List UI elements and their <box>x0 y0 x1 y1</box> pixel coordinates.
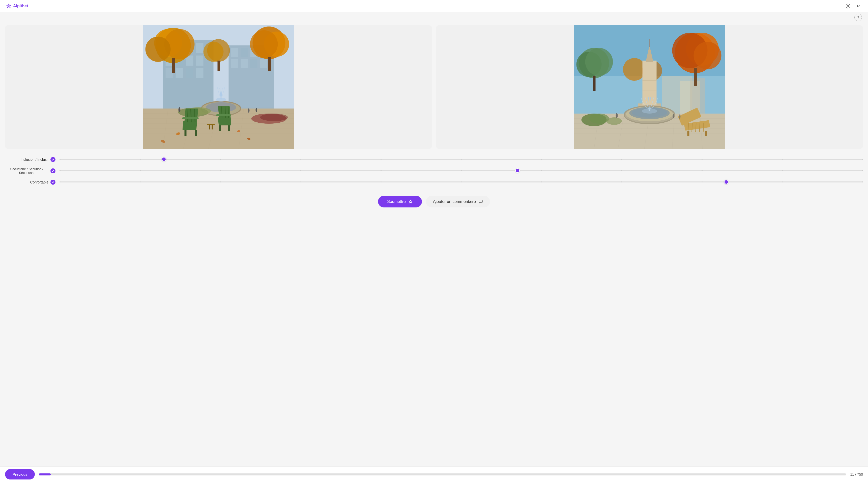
slider-label-3: Confortable <box>5 180 56 185</box>
slider-dot <box>862 181 863 182</box>
help-button[interactable]: ? <box>855 13 862 21</box>
logo-text: Aipithet <box>13 4 28 8</box>
svg-rect-63 <box>182 117 199 119</box>
slider-1[interactable] <box>60 159 863 160</box>
slider-dot <box>60 170 61 171</box>
slider-dot <box>380 159 381 160</box>
progress-bar-container <box>39 474 846 476</box>
check-icon-3 <box>51 180 56 185</box>
slider-dots-2 <box>60 170 863 171</box>
main-content: Inclusion / Inclusif <box>0 21 868 216</box>
comment-button[interactable]: Ajouter un commentaire <box>426 196 490 207</box>
slider-dot <box>541 181 542 182</box>
check-icon-2 <box>51 168 56 173</box>
settings-icon[interactable] <box>844 2 851 9</box>
comment-icon <box>478 199 483 204</box>
svg-rect-31 <box>172 58 175 73</box>
svg-point-77 <box>179 107 181 112</box>
svg-rect-65 <box>195 130 197 136</box>
slider-row-3: Confortable <box>5 180 863 185</box>
progress-text: 11 / 750 <box>850 473 863 477</box>
svg-rect-75 <box>209 125 210 130</box>
slider-dot <box>380 181 381 182</box>
submit-button[interactable]: Soumettre <box>378 196 422 207</box>
svg-point-34 <box>250 30 278 58</box>
svg-point-1 <box>847 5 848 7</box>
svg-rect-15 <box>186 68 193 78</box>
svg-rect-71 <box>216 114 231 116</box>
sliders-section: Inclusion / Inclusif <box>5 155 863 194</box>
slider-label-2: Sécuritaire / Sécurisé / Sécurisant <box>5 167 56 175</box>
svg-line-60 <box>187 109 188 122</box>
slider-track-1 <box>60 159 863 160</box>
logo-icon <box>6 3 11 9</box>
slider-row-2: Sécuritaire / Sécurisé / Sécurisant <box>5 167 863 175</box>
slider-dot <box>541 170 542 171</box>
svg-point-53 <box>216 98 226 102</box>
slider-dots-3 <box>60 181 863 182</box>
slider-dot <box>140 159 141 160</box>
check-icon-1 <box>51 157 56 162</box>
slider-thumb-1[interactable] <box>162 157 166 162</box>
image-card-left[interactable] <box>5 25 432 149</box>
slider-dot <box>60 181 61 182</box>
svg-rect-20 <box>241 48 248 57</box>
logo[interactable]: Aipithet <box>6 3 28 9</box>
slider-dot <box>461 159 462 160</box>
svg-rect-12 <box>196 56 204 66</box>
slider-dot <box>862 170 863 171</box>
help-row: ? <box>0 12 868 21</box>
slider-dot <box>220 159 221 160</box>
svg-point-30 <box>146 36 171 62</box>
svg-rect-76 <box>212 125 213 130</box>
slider-dot <box>621 170 622 171</box>
svg-rect-8 <box>196 43 204 53</box>
header: Aipithet R <box>0 0 868 12</box>
slider-dot <box>862 159 863 160</box>
svg-rect-35 <box>268 57 271 70</box>
slider-row-1: Inclusion / Inclusif <box>5 157 863 162</box>
slider-3[interactable] <box>60 181 863 183</box>
bottom-bar: Previous 11 / 750 <box>0 466 868 482</box>
slider-dot <box>702 181 703 182</box>
slider-thumb-3[interactable] <box>724 180 728 184</box>
progress-bar-fill <box>39 474 51 476</box>
slider-dot <box>702 159 703 160</box>
slider-dot <box>300 181 301 182</box>
slider-2[interactable] <box>60 170 863 172</box>
user-avatar[interactable]: R <box>855 2 862 9</box>
svg-rect-16 <box>196 68 204 78</box>
submit-label: Soumettre <box>387 199 406 204</box>
svg-point-0 <box>8 5 9 6</box>
slider-dot <box>300 159 301 160</box>
slider-dot <box>220 170 221 171</box>
svg-line-62 <box>195 109 195 122</box>
actions-row: Soumettre Ajouter un commentaire <box>5 196 863 207</box>
svg-rect-74 <box>207 124 215 125</box>
svg-point-78 <box>248 108 250 113</box>
svg-rect-14 <box>176 68 183 78</box>
slider-dot <box>461 170 462 171</box>
previous-button[interactable]: Previous <box>5 469 35 480</box>
slider-thumb-2[interactable] <box>515 168 520 173</box>
slider-dot <box>702 170 703 171</box>
svg-rect-58 <box>182 121 197 130</box>
image-left <box>5 25 432 149</box>
slider-dot <box>380 170 381 171</box>
slider-track-2 <box>60 170 863 171</box>
svg-line-61 <box>191 109 191 122</box>
slider-label-1: Inclusion / Inclusif <box>5 157 56 162</box>
comment-label: Ajouter un commentaire <box>433 199 476 204</box>
svg-rect-26 <box>260 59 267 68</box>
slider-dot <box>60 159 61 160</box>
slider-dot <box>782 181 783 182</box>
svg-rect-139 <box>574 25 725 149</box>
image-card-right[interactable] <box>436 25 863 149</box>
svg-point-57 <box>260 114 288 121</box>
svg-rect-19 <box>231 48 238 57</box>
slider-dot <box>782 159 783 160</box>
progress-separator: / <box>855 473 857 477</box>
svg-rect-23 <box>231 59 238 68</box>
svg-point-79 <box>256 108 257 112</box>
slider-dot <box>220 181 221 182</box>
